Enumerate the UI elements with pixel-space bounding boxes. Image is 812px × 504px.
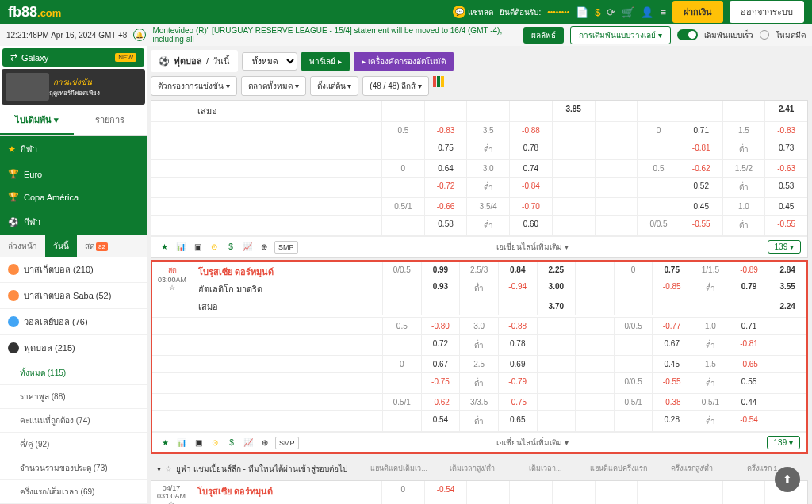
user-icon[interactable]: 👤 <box>641 6 653 18</box>
odds-cell[interactable]: -0.54 <box>730 411 768 431</box>
odds-cell[interactable]: -0.94 <box>498 278 537 298</box>
odds-cell[interactable]: 3/3.5 <box>459 394 498 410</box>
odds-cell[interactable]: 2.5/3 <box>459 262 498 278</box>
coin-icon[interactable]: ⊙ <box>209 437 221 449</box>
star-icon[interactable]: ☆ <box>155 284 189 292</box>
odds-cell[interactable]: 2.24 <box>768 298 806 315</box>
odds-cell[interactable]: 0.28 <box>652 411 691 431</box>
league-filter[interactable]: (48 / 48) ลีกส์ ▾ <box>362 76 429 96</box>
sport-subitem[interactable]: ราคาพูล (88) <box>0 385 147 409</box>
odds-cell[interactable] <box>575 278 614 298</box>
odds-cell[interactable]: ต่ำ <box>466 216 509 235</box>
odds-cell[interactable]: 0.45 <box>680 198 722 215</box>
odds-cell[interactable]: 2.25 <box>537 262 576 278</box>
odds-cell[interactable] <box>768 356 806 372</box>
odds-cell[interactable] <box>768 318 806 334</box>
odds-cell[interactable] <box>382 278 421 298</box>
odds-cell[interactable]: 0.44 <box>730 394 768 410</box>
odds-cell[interactable]: 0.60 <box>509 216 552 235</box>
odds-cell[interactable]: -0.75 <box>421 373 460 393</box>
odds-cell[interactable] <box>768 411 806 431</box>
filter-select[interactable]: ทั้งหมด <box>242 52 297 71</box>
odds-cell[interactable]: 3.5/4 <box>466 198 509 215</box>
odds-cell[interactable] <box>552 216 595 235</box>
odds-cell[interactable]: 0.67 <box>652 335 691 355</box>
odds-cell[interactable] <box>595 160 638 177</box>
sport-subitem[interactable]: ครึ่งแรก/เต็มเวลา (69) <box>0 480 147 504</box>
odds-cell[interactable]: ต่ำ <box>691 411 730 431</box>
odds-cell[interactable]: -0.81 <box>730 335 768 355</box>
odds-cell[interactable]: -0.84 <box>509 178 552 197</box>
odds-cell[interactable]: -0.88 <box>498 318 537 334</box>
odds-cell[interactable]: 0.75 <box>424 139 467 159</box>
odds-cell[interactable]: 3.5 <box>466 122 509 139</box>
odds-cell[interactable]: 3.55 <box>768 278 806 298</box>
odds-cell[interactable]: -0.80 <box>421 318 460 334</box>
odds-cell[interactable]: 3.00 <box>537 278 576 298</box>
odds-cell[interactable] <box>614 411 653 431</box>
odds-cell[interactable]: ต่ำ <box>691 373 730 393</box>
odds-cell[interactable] <box>614 298 653 315</box>
odds-cell[interactable]: ต่ำ <box>459 278 498 298</box>
odds-cell[interactable] <box>382 335 421 355</box>
odds-cell[interactable]: 0.93 <box>421 278 460 298</box>
odds-cell[interactable] <box>382 373 421 393</box>
odds-cell[interactable] <box>768 373 806 393</box>
odds-cell[interactable]: 3.0 <box>459 318 498 334</box>
odds-cell[interactable] <box>595 198 638 215</box>
nav-icon-1[interactable]: 📄 <box>576 6 588 18</box>
odds-cell[interactable] <box>575 298 614 315</box>
odds-cell[interactable] <box>575 411 614 431</box>
odds-cell[interactable]: 0.78 <box>509 139 552 159</box>
odds-cell[interactable]: -0.72 <box>424 178 467 197</box>
odds-cell[interactable]: 0 <box>381 160 424 177</box>
odds-cell[interactable]: 0.65 <box>498 411 537 431</box>
odds-cell[interactable] <box>537 335 576 355</box>
odds-cell[interactable] <box>537 411 576 431</box>
odds-cell[interactable]: 0.64 <box>424 160 467 177</box>
tab-betslip[interactable]: ไบเดิมพัน ▾ <box>0 106 74 135</box>
odds-cell[interactable] <box>498 298 537 315</box>
market-filter[interactable]: ตลาดทั้งหมด ▾ <box>241 76 306 96</box>
odds-cell[interactable]: -0.55 <box>680 216 722 235</box>
cat-euro[interactable]: 🏆Euro <box>0 162 147 185</box>
odds-cell[interactable]: -0.83 <box>424 122 467 139</box>
fav-icon[interactable]: ★ <box>158 241 170 254</box>
odds-cell[interactable]: 2.5 <box>459 356 498 372</box>
odds-cell[interactable] <box>552 139 595 159</box>
odds-cell[interactable]: 0.55 <box>730 373 768 393</box>
odds-cell[interactable] <box>537 356 576 372</box>
odds-cell[interactable]: -0.70 <box>509 198 552 215</box>
odds-cell[interactable]: ต่ำ <box>459 335 498 355</box>
coin-icon[interactable]: ⊙ <box>208 241 220 254</box>
odds-cell[interactable]: -0.66 <box>424 198 467 215</box>
star-icon[interactable]: ☆ <box>155 500 188 504</box>
parlay-button[interactable]: พาร์เลย์ ▸ <box>301 52 350 71</box>
odds-cell[interactable]: -0.88 <box>509 122 552 139</box>
deposit-button[interactable]: ฝากเงิน <box>672 1 723 23</box>
odds-cell[interactable] <box>595 178 638 197</box>
odds-cell[interactable]: 1/1.5 <box>691 262 730 278</box>
odds-cell[interactable] <box>459 298 498 315</box>
view-toggle[interactable] <box>433 76 444 96</box>
odds-cell[interactable]: 0.52 <box>680 178 722 197</box>
odds-cell[interactable]: -0.62 <box>680 160 722 177</box>
odds-cell[interactable]: -0.75 <box>498 394 537 410</box>
market-count[interactable]: 139 ▾ <box>768 240 801 254</box>
odds-cell[interactable]: 0.5 <box>381 122 424 139</box>
odds-cell[interactable] <box>381 178 424 197</box>
odds-cell[interactable] <box>421 298 460 315</box>
odds-cell[interactable] <box>614 278 653 298</box>
odds-cell[interactable]: -0.63 <box>764 160 807 177</box>
clock-icon[interactable]: ⊕ <box>259 437 271 449</box>
odds-cell[interactable]: 0 <box>614 262 653 278</box>
odds-cell[interactable]: 0.67 <box>421 356 460 372</box>
odds-cell[interactable] <box>614 335 653 355</box>
smp-button[interactable]: SMP <box>275 437 299 449</box>
odds-cell[interactable]: 0.74 <box>509 160 552 177</box>
refresh-icon[interactable]: ⟳ <box>607 6 615 18</box>
star-icon[interactable]: ☆ <box>165 464 172 473</box>
odds-cell[interactable]: ต่ำ <box>691 278 730 298</box>
odds-cell[interactable]: -0.85 <box>652 278 691 298</box>
odds-cell[interactable] <box>552 160 595 177</box>
